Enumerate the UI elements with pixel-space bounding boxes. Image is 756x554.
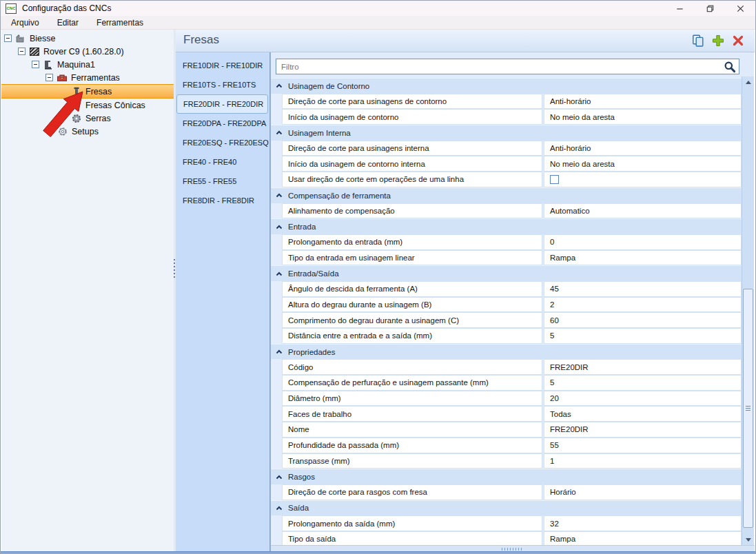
menu-item-arquivo[interactable]: Arquivo bbox=[2, 18, 48, 28]
scrollbar-thumb[interactable] bbox=[743, 289, 753, 528]
property-value[interactable]: Horário bbox=[544, 484, 742, 500]
tree-item-rover-c9-1-60-28-0[interactable]: Rover C9 (1.60.28.0) bbox=[1, 45, 174, 58]
close-button[interactable] bbox=[725, 1, 755, 16]
restore-button[interactable] bbox=[695, 1, 725, 16]
tree-item-label: Serras bbox=[85, 114, 111, 123]
filter-input[interactable] bbox=[276, 63, 724, 71]
tool-item-fre10ts-fre10ts[interactable]: FRE10TS - FRE10TS bbox=[176, 75, 269, 94]
property-value[interactable]: 55 bbox=[544, 438, 742, 453]
tree-item-label: Biesse bbox=[30, 34, 56, 43]
section-title: Rasgos bbox=[288, 473, 315, 481]
bottom-splitter[interactable] bbox=[271, 545, 755, 551]
window-title: Configuração das CNCs bbox=[22, 3, 111, 13]
property-value[interactable]: 5 bbox=[544, 375, 742, 391]
property-value[interactable]: 20 bbox=[544, 391, 742, 407]
search-icon[interactable] bbox=[724, 61, 736, 73]
property-value[interactable]: No meio da aresta bbox=[544, 109, 742, 125]
tool-item-fre20dir-fre20dir[interactable]: FRE20DIR - FRE20DIR bbox=[176, 94, 268, 114]
triangle-down-icon bbox=[746, 538, 751, 542]
chevron-up-icon bbox=[276, 193, 283, 198]
tool-item-fre55-fre55[interactable]: FRE55 - FRE55 bbox=[176, 172, 269, 191]
toolbox-icon bbox=[57, 72, 68, 83]
chevron-up-icon bbox=[276, 130, 283, 135]
minimize-button[interactable] bbox=[664, 1, 695, 16]
tree-item-ferramentas[interactable]: Ferramentas bbox=[1, 71, 174, 84]
property-value[interactable]: Automatico bbox=[544, 203, 742, 219]
tree: BiesseRover C9 (1.60.28.0)Maquina1Ferram… bbox=[1, 30, 174, 551]
checkbox-unchecked[interactable] bbox=[550, 175, 559, 184]
property-value[interactable]: 5 bbox=[544, 328, 742, 344]
scroll-down-button[interactable] bbox=[742, 534, 755, 545]
property-value[interactable]: 0 bbox=[544, 234, 742, 250]
vertical-scrollbar[interactable] bbox=[742, 76, 754, 545]
tree-item-setups[interactable]: Setups bbox=[1, 125, 174, 138]
property-label: Diâmetro (mm) bbox=[282, 391, 542, 407]
property-value[interactable]: No meio da aresta bbox=[544, 156, 742, 172]
panel-toolbar bbox=[691, 34, 745, 48]
restore-icon bbox=[705, 3, 715, 14]
section-header-propriedades[interactable]: Propriedades bbox=[271, 344, 742, 360]
property-value[interactable]: 32 bbox=[544, 515, 742, 531]
property-value[interactable]: Anti-horário bbox=[544, 94, 742, 110]
property-row: Profundidade da passada (mm)55 bbox=[271, 438, 742, 453]
tool-item-fre8dir-fre8dir[interactable]: FRE8DIR - FRE8DIR bbox=[176, 191, 269, 210]
menu-bar: ArquivoEditarFerramentas bbox=[1, 16, 755, 30]
property-row: Faces de trabalhoTodas bbox=[271, 406, 742, 422]
property-label: Direção de corte para rasgos com fresa bbox=[282, 484, 542, 500]
property-value[interactable]: 1 bbox=[544, 453, 742, 469]
property-value[interactable]: Rampa bbox=[544, 531, 742, 545]
property-value[interactable]: 2 bbox=[544, 297, 742, 313]
property-value[interactable]: Anti-horário bbox=[544, 141, 742, 156]
property-label: Início da usinagem de contorno bbox=[282, 109, 542, 125]
property-label: Prolongamento da saída (mm) bbox=[282, 515, 542, 531]
collapse-toggle[interactable] bbox=[32, 61, 39, 68]
property-value[interactable]: FRE20DIR bbox=[544, 359, 742, 375]
section-header-usinagem-interna[interactable]: Usinagem Interna bbox=[271, 125, 742, 141]
section-title: Propriedades bbox=[288, 348, 335, 356]
section-title: Usinagem Interna bbox=[288, 129, 351, 137]
property-label: Comprimento do degrau durante a usinagem… bbox=[282, 312, 542, 328]
section-header-entrada[interactable]: Entrada bbox=[271, 218, 742, 234]
menu-item-ferramentas[interactable]: Ferramentas bbox=[88, 18, 152, 28]
tool-item-fre20esq-fre20esq[interactable]: FRE20ESQ - FRE20ESQ bbox=[176, 133, 269, 152]
property-row: Direção de corte para rasgos com fresaHo… bbox=[271, 484, 742, 500]
tool-item-fre20dpa-fre20dpa[interactable]: FRE20DPA - FRE20DPA bbox=[176, 114, 269, 133]
tree-item-fresas[interactable]: Fresas bbox=[1, 84, 174, 99]
property-row: Alinhamento de compensaçãoAutomatico bbox=[271, 203, 742, 219]
section-title: Usinagem de Contorno bbox=[288, 82, 369, 90]
section-header-compensa-o-de-ferramenta[interactable]: Compensação de ferramenta bbox=[271, 187, 742, 203]
close-icon bbox=[735, 3, 746, 14]
tree-item-label: Fresas bbox=[85, 87, 112, 96]
collapse-toggle[interactable] bbox=[18, 48, 25, 55]
collapse-toggle[interactable] bbox=[45, 74, 53, 81]
section-header-usinagem-de-contorno[interactable]: Usinagem de Contorno bbox=[271, 78, 742, 94]
section-header-rasgos[interactable]: Rasgos bbox=[271, 469, 742, 484]
section-header-entrada-sa-da[interactable]: Entrada/Saída bbox=[271, 265, 742, 281]
property-label: Compensação de perfuração e usinagem pas… bbox=[282, 375, 542, 391]
property-row: Altura do degrau durante a usinagem (B)2 bbox=[271, 297, 742, 313]
property-value[interactable]: 45 bbox=[544, 281, 742, 297]
tree-item-maquina1[interactable]: Maquina1 bbox=[1, 58, 174, 71]
collapse-toggle[interactable] bbox=[4, 34, 12, 42]
property-value[interactable]: Rampa bbox=[544, 250, 742, 266]
property-value[interactable]: Todas bbox=[544, 406, 742, 422]
add-tool-button[interactable] bbox=[711, 34, 725, 48]
menu-item-editar[interactable]: Editar bbox=[48, 18, 88, 28]
property-row: Prolongamento da entrada (mm)0 bbox=[271, 234, 742, 250]
copy-tool-button[interactable] bbox=[691, 34, 705, 48]
delete-tool-button[interactable] bbox=[731, 34, 745, 48]
property-row: Tipo da entrada em usinagem linearRampa bbox=[271, 250, 742, 266]
property-value[interactable]: 60 bbox=[544, 312, 742, 328]
property-value[interactable]: FRE20DIR bbox=[544, 422, 742, 438]
property-label: Usar direção de corte em operações de um… bbox=[282, 172, 542, 187]
triangle-up-icon bbox=[746, 81, 751, 84]
tool-item-fre10dir-fre10dir[interactable]: FRE10DIR - FRE10DIR bbox=[176, 56, 269, 75]
scroll-up-button[interactable] bbox=[742, 76, 755, 88]
section-header-sa-da[interactable]: Saída bbox=[271, 500, 742, 516]
property-row: Início da usinagem de contornoNo meio da… bbox=[271, 109, 742, 125]
tree-item-serras[interactable]: Serras bbox=[1, 112, 174, 125]
tree-item-biesse[interactable]: Biesse bbox=[1, 32, 174, 45]
tool-item-fre40-fre40[interactable]: FRE40 - FRE40 bbox=[176, 152, 269, 172]
tree-item-fresas-c-nicas[interactable]: Fresas Cônicas bbox=[1, 99, 174, 112]
property-value[interactable] bbox=[544, 172, 742, 187]
